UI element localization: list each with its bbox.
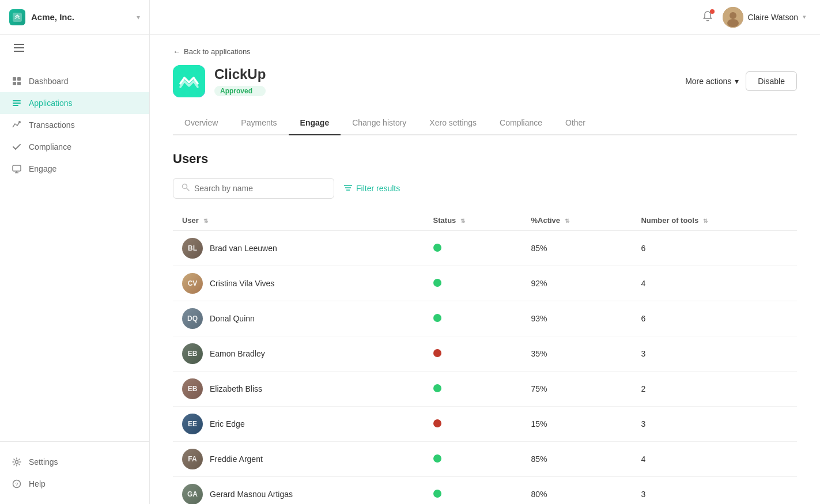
- user-avatar-6: FA: [182, 449, 203, 469]
- user-cell-3: EB Eamon Bradley: [173, 336, 424, 372]
- col-user[interactable]: User ⇅: [173, 210, 424, 231]
- tools-sort-icon: ⇅: [703, 218, 708, 224]
- sidebar-item-compliance[interactable]: Compliance: [0, 136, 149, 158]
- user-name-1: Cristina Vila Vives: [210, 279, 274, 288]
- app-name: ClickUp: [214, 66, 266, 82]
- sidebar-item-engage[interactable]: Engage: [0, 158, 149, 180]
- sidebar-bottom: Settings ? Help: [0, 441, 149, 504]
- search-box: [173, 178, 334, 199]
- table-row[interactable]: EB Eamon Bradley 35% 3: [173, 336, 797, 372]
- user-name-0: Brad van Leeuwen: [210, 244, 277, 253]
- tools-cell-4: 2: [632, 372, 797, 407]
- status-dot-5: [433, 419, 441, 427]
- status-cell-7: [424, 477, 522, 505]
- tab-payments[interactable]: Payments: [229, 111, 288, 135]
- user-avatar-3: EB: [182, 343, 203, 364]
- status-cell-5: [424, 407, 522, 442]
- table-row[interactable]: DQ Donal Quinn 93% 6: [173, 301, 797, 336]
- app-logo: [173, 65, 205, 97]
- user-avatar-1: CV: [182, 273, 203, 294]
- status-dot-2: [433, 314, 441, 322]
- topbar-actions: Claire Watson ▾: [702, 7, 806, 28]
- sidebar-item-settings[interactable]: Settings: [0, 451, 149, 473]
- back-arrow-icon: ←: [173, 47, 180, 56]
- table-row[interactable]: EB Elizabeth Bliss 75% 2: [173, 372, 797, 407]
- tab-other[interactable]: Other: [554, 111, 597, 135]
- status-cell-2: [424, 301, 522, 336]
- pct-sort-icon: ⇅: [565, 218, 569, 224]
- sidebar-item-dashboard[interactable]: Dashboard: [0, 70, 149, 92]
- svg-rect-2: [17, 77, 21, 81]
- tab-compliance[interactable]: Compliance: [488, 111, 554, 135]
- user-name-6: Freddie Argent: [210, 454, 263, 464]
- user-avatar-2: DQ: [182, 308, 203, 329]
- content-area: ← Back to applications: [150, 35, 820, 504]
- sidebar-nav: Dashboard Applications Transactions: [0, 61, 149, 441]
- approved-badge: Approved: [214, 86, 266, 96]
- col-num-tools[interactable]: Number of tools ⇅: [632, 210, 797, 231]
- user-cell-1: CV Cristina Vila Vives: [173, 266, 424, 301]
- tab-overview[interactable]: Overview: [173, 111, 229, 135]
- svg-point-17: [727, 19, 739, 27]
- sidebar-label-dashboard: Dashboard: [29, 77, 69, 86]
- sidebar-item-applications[interactable]: Applications: [0, 92, 149, 114]
- sidebar-item-transactions[interactable]: Transactions: [0, 114, 149, 136]
- tools-cell-3: 3: [632, 336, 797, 372]
- status-dot-7: [433, 490, 441, 498]
- user-sort-icon: ⇅: [203, 218, 208, 224]
- sidebar-label-help: Help: [29, 479, 46, 488]
- table-row[interactable]: EE Eric Edge 15% 3: [173, 407, 797, 442]
- filter-label: Filter results: [356, 184, 400, 193]
- settings-icon: [12, 457, 22, 467]
- svg-rect-4: [17, 82, 21, 85]
- status-dot-3: [433, 349, 441, 357]
- svg-rect-3: [13, 82, 16, 85]
- svg-point-8: [18, 121, 21, 123]
- search-input[interactable]: [194, 184, 326, 193]
- org-chevron-icon: ▾: [137, 13, 140, 21]
- status-dot-6: [433, 454, 441, 463]
- back-link-label: Back to applications: [184, 47, 251, 56]
- tabs: Overview Payments Engage Change history …: [173, 111, 797, 135]
- table-row[interactable]: BL Brad van Leeuwen 85% 6: [173, 231, 797, 266]
- tab-engage[interactable]: Engage: [289, 111, 341, 135]
- tools-cell-0: 6: [632, 231, 797, 266]
- engage-icon: [12, 164, 22, 174]
- compliance-icon: [12, 142, 22, 152]
- table-row[interactable]: CV Cristina Vila Vives 92% 4: [173, 266, 797, 301]
- org-area[interactable]: Acme, Inc. ▾: [0, 0, 149, 35]
- sidebar-label-transactions: Transactions: [29, 120, 75, 130]
- search-filter-row: Filter results: [173, 178, 797, 199]
- disable-button[interactable]: Disable: [746, 71, 797, 91]
- users-table: User ⇅ Status ⇅ %Active ⇅ Number of to: [173, 210, 797, 504]
- user-name-3: Eamon Bradley: [210, 349, 265, 358]
- sidebar-label-engage: Engage: [29, 164, 56, 173]
- pct-cell-5: 15%: [522, 407, 632, 442]
- pct-cell-7: 80%: [522, 477, 632, 505]
- svg-rect-5: [13, 100, 21, 101]
- user-cell-4: EB Elizabeth Bliss: [173, 372, 424, 407]
- hamburger-button[interactable]: [12, 41, 27, 54]
- col-percent-active[interactable]: %Active ⇅: [522, 210, 632, 231]
- dashboard-icon: [12, 76, 22, 86]
- col-status[interactable]: Status ⇅: [424, 210, 522, 231]
- filter-button[interactable]: Filter results: [343, 184, 400, 194]
- users-section-title: Users: [173, 151, 797, 166]
- tools-cell-7: 3: [632, 477, 797, 505]
- tab-change-history[interactable]: Change history: [341, 111, 418, 135]
- user-cell-6: FA Freddie Argent: [173, 442, 424, 477]
- user-name-4: Elizabeth Bliss: [210, 384, 262, 393]
- svg-rect-7: [13, 105, 18, 106]
- tab-xero-settings[interactable]: Xero settings: [418, 111, 488, 135]
- notification-button[interactable]: [702, 10, 713, 24]
- sidebar-item-help[interactable]: ? Help: [0, 473, 149, 495]
- pct-cell-4: 75%: [522, 372, 632, 407]
- app-name-area: ClickUp Approved: [214, 66, 266, 96]
- table-row[interactable]: FA Freddie Argent 85% 4: [173, 442, 797, 477]
- back-link[interactable]: ← Back to applications: [173, 47, 251, 56]
- user-menu[interactable]: Claire Watson ▾: [723, 7, 806, 28]
- status-dot-0: [433, 244, 441, 252]
- more-actions-button[interactable]: More actions ▾: [685, 77, 739, 86]
- notification-dot: [710, 9, 715, 14]
- table-row[interactable]: GA Gerard Masnou Artigas 80% 3: [173, 477, 797, 505]
